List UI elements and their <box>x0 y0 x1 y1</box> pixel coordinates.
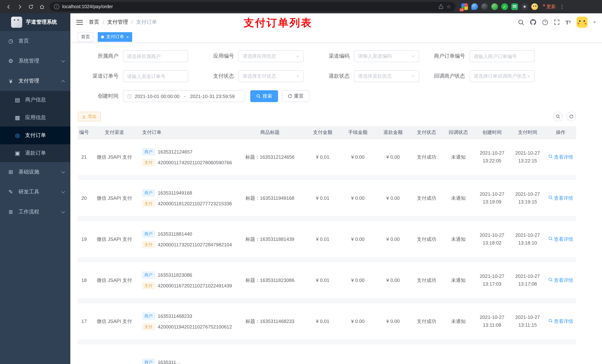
view-detail-label: 查看详情 <box>554 195 573 201</box>
sidebar-item-label: 支付管理 <box>19 78 62 84</box>
breadcrumb-current: 支付订单 <box>136 19 157 26</box>
browser-update-button[interactable]: 更新 <box>543 3 556 10</box>
url-text[interactable]: localhost:1024/pay/order <box>62 4 436 9</box>
filter-select[interactable]: 请选择退款状态 <box>354 70 419 82</box>
cell-channel: 微信 JSAPI 支付 <box>90 236 139 242</box>
merchant-tag: 商户 <box>142 271 155 278</box>
reset-button[interactable]: 重置 <box>282 90 310 102</box>
help-icon[interactable]: ? <box>542 19 548 25</box>
view-detail-link[interactable]: 查看详情 <box>548 318 573 325</box>
table-row: 商户1635311… <box>78 344 576 364</box>
view-detail-link[interactable]: 查看详情 <box>548 154 573 160</box>
filter-label: 渠道编码 <box>309 53 354 60</box>
filter-select[interactable]: 请选择支付状态 <box>238 70 304 82</box>
view-detail-label: 查看详情 <box>554 277 573 283</box>
view-detail-link[interactable]: 查看详情 <box>548 195 573 201</box>
font-size-icon[interactable]: TT <box>566 20 571 25</box>
forward-icon[interactable] <box>15 2 24 11</box>
sidebar-subitem[interactable]: ◎支付订单 <box>0 126 70 144</box>
fullscreen-icon[interactable] <box>554 19 560 25</box>
channel-order-no: 4200001174202110278060590766 <box>158 160 232 165</box>
sidebar-item[interactable]: ≣工作流程 <box>0 202 70 222</box>
channel-order-no: 4200001167202110271022491439 <box>158 283 232 288</box>
sidebar-item[interactable]: ✎研发工具 <box>0 182 70 202</box>
browser-menu-icon[interactable] <box>559 4 565 10</box>
site-info-icon[interactable] <box>54 4 59 9</box>
user-avatar[interactable] <box>576 17 588 28</box>
search-icon[interactable] <box>518 19 525 25</box>
extension-icon[interactable]: 10 <box>461 3 468 10</box>
sidebar-item[interactable]: ⊞基础设施 <box>0 162 70 182</box>
home-icon[interactable] <box>37 2 47 11</box>
logo-image <box>11 17 22 28</box>
view-detail-link[interactable]: 查看详情 <box>548 277 573 283</box>
select-placeholder: 请输入渠道编码 <box>358 53 392 60</box>
sidebar-subitem[interactable]: ▦应用信息 <box>0 109 70 126</box>
reload-icon[interactable] <box>26 2 35 11</box>
filter-item: 退款状态请选择退款状态 <box>309 70 424 82</box>
back-icon[interactable] <box>4 2 13 11</box>
filter-input[interactable] <box>123 50 188 62</box>
toggle-search-button[interactable] <box>553 112 563 121</box>
cell-amount: ¥ 0.01 <box>305 319 340 324</box>
chevron-down-icon[interactable] <box>593 21 596 23</box>
close-icon[interactable] <box>126 35 129 39</box>
extension-icon[interactable] <box>481 3 488 10</box>
grid-icon: ▦ <box>14 114 21 121</box>
search-button[interactable]: 搜索 <box>250 90 278 102</box>
magnifier-icon <box>548 236 553 242</box>
doc-icon: ▣ <box>14 150 21 156</box>
sidebar-subitem[interactable]: ▤商户信息 <box>0 91 70 109</box>
hamburger-icon[interactable] <box>76 20 83 25</box>
date-range-input[interactable]: 2021-10-01 00:00:00 - 2021-10-31 23:59:5… <box>123 90 245 102</box>
row-separator <box>78 175 576 180</box>
orders-table: 编号支付渠道支付订单商品标题支付金额手续金额退款金额支付状态回调状态创建时间支付… <box>78 126 576 364</box>
column-header: 支付金额 <box>305 129 340 136</box>
sidebar-item-label: 工作流程 <box>19 209 62 215</box>
screenshot-stage: localhost:1024/pay/order 10 更新 <box>0 0 602 364</box>
header-actions: ? TT <box>518 17 596 28</box>
select-placeholder: 请选择退款状态 <box>358 73 392 80</box>
chevron-down-icon <box>411 73 415 79</box>
vue-devtools-icon[interactable] <box>501 3 508 10</box>
tab-pay-order[interactable]: 支付订单 <box>98 32 132 42</box>
view-detail-label: 查看详情 <box>554 236 573 242</box>
sidebar-item[interactable]: ⚙系统管理 <box>0 51 70 71</box>
github-icon[interactable] <box>530 19 537 26</box>
merchant-order-line: 商户1635311… <box>142 359 181 364</box>
magnifier-icon <box>548 154 553 160</box>
tab-label: 首页 <box>81 34 90 40</box>
gear-icon: ⚙ <box>7 58 14 64</box>
sidebar-item[interactable]: ◷首页 <box>0 31 70 51</box>
breadcrumb: 首页 支付管理 支付订单 <box>89 19 157 26</box>
cell-action: 查看详情 <box>545 277 576 283</box>
browser-profile-avatar[interactable] <box>531 3 538 10</box>
extension-icon[interactable] <box>491 3 498 10</box>
breadcrumb-pay-manage[interactable]: 支付管理 <box>107 19 128 26</box>
cell-title: 标题：1635311881439 <box>235 236 305 242</box>
merchant-order-line: 商户1635312124657 <box>142 148 193 155</box>
breadcrumb-home[interactable]: 首页 <box>89 19 99 26</box>
filter-input[interactable] <box>469 50 535 62</box>
filter-input[interactable] <box>123 70 188 82</box>
pin-extension-icon[interactable] <box>521 3 528 10</box>
share-icon[interactable] <box>439 4 443 9</box>
extension-icon[interactable] <box>471 3 478 10</box>
export-button[interactable]: 导出 <box>78 112 101 121</box>
filter-label: 所属商户 <box>78 53 123 60</box>
bookmark-icon[interactable] <box>446 4 451 10</box>
app-logo[interactable]: 芋道管理系统 <box>0 13 70 31</box>
tab-home[interactable]: 首页 <box>78 32 93 42</box>
refresh-button[interactable] <box>567 112 576 121</box>
filter-select[interactable]: 请选择订单回调商户状态 <box>469 70 535 82</box>
chat-extension-icon[interactable] <box>511 3 518 10</box>
sidebar-item[interactable]: ¥支付管理 <box>0 71 70 91</box>
view-detail-link[interactable]: 查看详情 <box>548 236 573 242</box>
filter-select[interactable]: 请选择应用信息 <box>238 50 304 62</box>
filter-select[interactable]: 请输入渠道编码 <box>354 50 419 62</box>
pay-tag: 支付 <box>142 323 155 330</box>
table-toolbar: 导出 <box>78 112 576 121</box>
merchant-tag: 商户 <box>142 312 155 319</box>
sidebar-subitem[interactable]: ▣退款订单 <box>0 144 70 162</box>
address-bar[interactable]: localhost:1024/pay/order <box>50 2 455 11</box>
